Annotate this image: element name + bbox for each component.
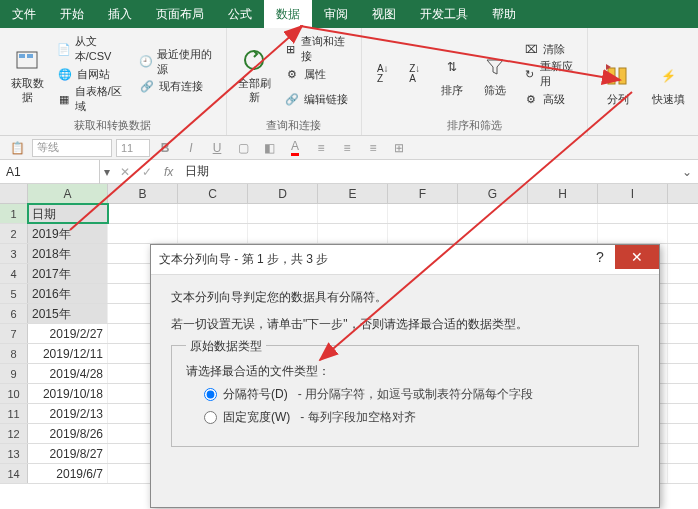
cell[interactable]: 2019/2/27 xyxy=(28,324,108,343)
menu-data[interactable]: 数据 xyxy=(264,0,312,28)
recent-sources-button[interactable]: 🕘最近使用的源 xyxy=(135,51,218,73)
col-header-G[interactable]: G xyxy=(458,184,528,203)
edit-links-button[interactable]: 🔗编辑链接 xyxy=(280,88,353,110)
dialog-titlebar[interactable]: 文本分列向导 - 第 1 步，共 3 步 ? ✕ xyxy=(151,245,659,275)
cell[interactable] xyxy=(528,204,598,223)
from-web-button[interactable]: 🌐自网站 xyxy=(53,63,129,85)
cell[interactable] xyxy=(598,224,668,243)
cell[interactable]: 2019/8/26 xyxy=(28,424,108,443)
sort-az-button[interactable]: A↓Z xyxy=(370,32,396,116)
delimiter-radio[interactable] xyxy=(204,388,217,401)
menu-home[interactable]: 开始 xyxy=(48,0,96,28)
fixed-width-label[interactable]: 固定宽度(W) xyxy=(223,409,290,426)
cell[interactable]: 2018年 xyxy=(28,244,108,263)
get-data-button[interactable]: 获取数 据 xyxy=(8,32,47,116)
align-right-button[interactable]: ≡ xyxy=(362,138,384,158)
formula-input[interactable]: 日期 xyxy=(179,163,676,180)
row-header[interactable]: 2 xyxy=(0,224,28,243)
merge-button[interactable]: ⊞ xyxy=(388,138,410,158)
close-button[interactable]: ✕ xyxy=(615,245,659,269)
fill-button[interactable]: ◧ xyxy=(258,138,280,158)
filter-button[interactable]: 筛选 xyxy=(476,32,513,116)
cell[interactable] xyxy=(388,224,458,243)
row-header[interactable]: 3 xyxy=(0,244,28,263)
col-header-A[interactable]: A xyxy=(28,184,108,203)
help-button[interactable]: ? xyxy=(585,245,615,269)
cell[interactable]: 2015年 xyxy=(28,304,108,323)
cell[interactable] xyxy=(458,224,528,243)
sort-button[interactable]: ⇅ 排序 xyxy=(434,32,471,116)
cell[interactable] xyxy=(318,224,388,243)
col-header-F[interactable]: F xyxy=(388,184,458,203)
clear-filter-button[interactable]: ⌧清除 xyxy=(519,38,579,60)
cell[interactable] xyxy=(598,204,668,223)
cell[interactable]: 2017年 xyxy=(28,264,108,283)
menu-layout[interactable]: 页面布局 xyxy=(144,0,216,28)
font-color-button[interactable]: A xyxy=(284,138,306,158)
properties-button[interactable]: ⚙属性 xyxy=(280,63,353,85)
menu-insert[interactable]: 插入 xyxy=(96,0,144,28)
cancel-icon[interactable]: ✕ xyxy=(114,165,136,179)
row-header[interactable]: 11 xyxy=(0,404,28,423)
from-table-button[interactable]: ▦自表格/区域 xyxy=(53,88,129,110)
row-header[interactable]: 6 xyxy=(0,304,28,323)
cell[interactable]: 2019/6/7 xyxy=(28,464,108,483)
delimiter-label[interactable]: 分隔符号(D) xyxy=(223,386,288,403)
cell[interactable] xyxy=(248,204,318,223)
existing-conn-button[interactable]: 🔗现有连接 xyxy=(135,76,218,98)
align-left-button[interactable]: ≡ xyxy=(310,138,332,158)
cell[interactable]: 日期 xyxy=(28,204,108,223)
cell[interactable]: 2019/2/13 xyxy=(28,404,108,423)
underline-button[interactable]: U xyxy=(206,138,228,158)
menu-formula[interactable]: 公式 xyxy=(216,0,264,28)
bold-button[interactable]: B xyxy=(154,138,176,158)
cell[interactable] xyxy=(248,224,318,243)
fx-icon[interactable]: fx xyxy=(158,165,179,179)
flash-fill-button[interactable]: ⚡ 快速填 xyxy=(646,32,690,133)
row-header[interactable]: 4 xyxy=(0,264,28,283)
row-header[interactable]: 5 xyxy=(0,284,28,303)
row-header[interactable]: 13 xyxy=(0,444,28,463)
row-header[interactable]: 14 xyxy=(0,464,28,483)
col-header-C[interactable]: C xyxy=(178,184,248,203)
align-center-button[interactable]: ≡ xyxy=(336,138,358,158)
from-csv-button[interactable]: 📄从文本/CSV xyxy=(53,38,129,60)
expand-icon[interactable]: ⌄ xyxy=(676,165,698,179)
border-button[interactable]: ▢ xyxy=(232,138,254,158)
name-dropdown-icon[interactable]: ▾ xyxy=(100,165,114,179)
menu-dev[interactable]: 开发工具 xyxy=(408,0,480,28)
refresh-all-button[interactable]: 全部刷新 xyxy=(235,32,274,116)
menu-review[interactable]: 审阅 xyxy=(312,0,360,28)
col-header-E[interactable]: E xyxy=(318,184,388,203)
size-select[interactable]: 11 xyxy=(116,139,150,157)
italic-button[interactable]: I xyxy=(180,138,202,158)
row-header[interactable]: 10 xyxy=(0,384,28,403)
cell[interactable] xyxy=(108,204,178,223)
cell[interactable]: 2019年 xyxy=(28,224,108,243)
row-header[interactable]: 1 xyxy=(0,204,28,223)
select-all-corner[interactable] xyxy=(0,184,28,203)
reapply-button[interactable]: ↻重新应用 xyxy=(519,63,579,85)
col-header-B[interactable]: B xyxy=(108,184,178,203)
name-box[interactable]: A1 xyxy=(0,160,100,184)
font-select[interactable]: 等线 xyxy=(32,139,112,157)
row-header[interactable]: 9 xyxy=(0,364,28,383)
cell[interactable] xyxy=(318,204,388,223)
cell[interactable]: 2019/4/28 xyxy=(28,364,108,383)
row-header[interactable]: 12 xyxy=(0,424,28,443)
col-header-I[interactable]: I xyxy=(598,184,668,203)
advanced-button[interactable]: ⚙高级 xyxy=(519,88,579,110)
cell[interactable] xyxy=(178,204,248,223)
cell[interactable] xyxy=(458,204,528,223)
menu-view[interactable]: 视图 xyxy=(360,0,408,28)
menu-file[interactable]: 文件 xyxy=(0,0,48,28)
cell[interactable] xyxy=(178,224,248,243)
sort-za-button[interactable]: Z↓A xyxy=(402,32,428,116)
col-header-D[interactable]: D xyxy=(248,184,318,203)
col-header-H[interactable]: H xyxy=(528,184,598,203)
text-to-columns-button[interactable]: 分列 xyxy=(596,32,640,133)
row-header[interactable]: 7 xyxy=(0,324,28,343)
cell[interactable] xyxy=(388,204,458,223)
row-header[interactable]: 8 xyxy=(0,344,28,363)
cell[interactable]: 2019/10/18 xyxy=(28,384,108,403)
